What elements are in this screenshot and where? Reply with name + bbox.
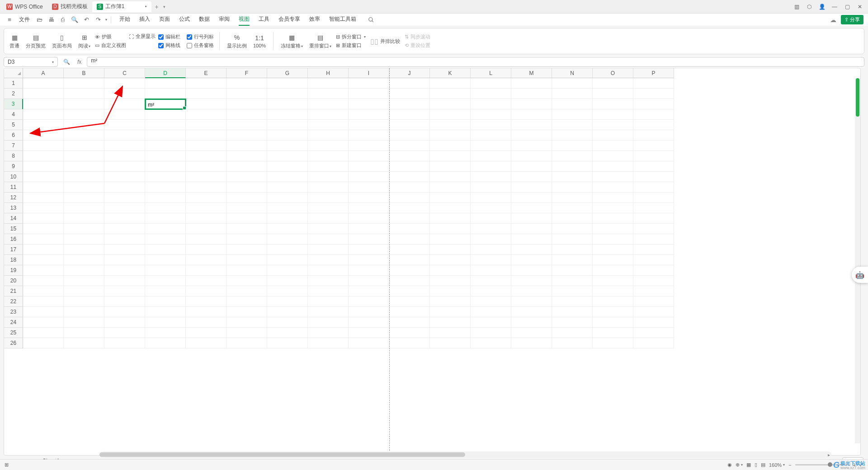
cell-C15[interactable] <box>104 224 145 234</box>
cell-M2[interactable] <box>511 89 552 99</box>
cell-O14[interactable] <box>593 213 633 224</box>
cell-A18[interactable] <box>23 255 64 265</box>
cell-F20[interactable] <box>226 276 267 286</box>
cell-G22[interactable] <box>267 296 308 307</box>
cell-F1[interactable] <box>226 78 267 89</box>
cell-A15[interactable] <box>23 224 64 234</box>
cell-H24[interactable] <box>308 317 349 328</box>
cell-E6[interactable] <box>186 130 226 141</box>
cell-N26[interactable] <box>552 338 593 348</box>
cell-P26[interactable] <box>633 338 674 348</box>
cell-B15[interactable] <box>64 224 104 234</box>
cell-C10[interactable] <box>104 172 145 182</box>
cell-E22[interactable] <box>186 296 226 307</box>
cell-C9[interactable] <box>104 161 145 172</box>
cell-C6[interactable] <box>104 130 145 141</box>
cell-L7[interactable] <box>471 141 511 151</box>
cell-C13[interactable] <box>104 203 145 213</box>
cell-L2[interactable] <box>471 89 511 99</box>
cell-N16[interactable] <box>552 234 593 244</box>
cell-P16[interactable] <box>633 234 674 244</box>
cell-L21[interactable] <box>471 286 511 296</box>
cell-G21[interactable] <box>267 286 308 296</box>
row-header-1[interactable]: 1 <box>4 78 23 89</box>
cell-H17[interactable] <box>308 244 349 255</box>
cell-L5[interactable] <box>471 120 511 130</box>
cell-N18[interactable] <box>552 255 593 265</box>
cell-D11[interactable] <box>145 182 186 193</box>
view-read[interactable]: ⊞阅读▾ <box>76 33 92 49</box>
cell-G5[interactable] <box>267 120 308 130</box>
fullscreen[interactable]: ⛶全屏显示 <box>129 33 156 40</box>
cell-B5[interactable] <box>64 120 104 130</box>
cell-K5[interactable] <box>430 120 471 130</box>
cell-D24[interactable] <box>145 317 186 328</box>
col-header-B[interactable]: B <box>64 68 104 78</box>
zoom-fx-icon[interactable]: 🔍 <box>63 59 70 65</box>
cell-D8[interactable] <box>145 151 186 161</box>
cell-B7[interactable] <box>64 141 104 151</box>
sb-view-break-icon[interactable]: ▤ <box>761 462 765 468</box>
cell-M9[interactable] <box>511 161 552 172</box>
cell-O24[interactable] <box>593 317 633 328</box>
cell-M7[interactable] <box>511 141 552 151</box>
cell-N19[interactable] <box>552 265 593 276</box>
cell-P24[interactable] <box>633 317 674 328</box>
cell-J22[interactable] <box>389 296 430 307</box>
col-header-J[interactable]: J <box>389 68 430 78</box>
cell-I19[interactable] <box>349 265 389 276</box>
cell-A1[interactable] <box>23 78 64 89</box>
row-header-10[interactable]: 10 <box>4 172 23 182</box>
check-网格线[interactable]: 网格线 <box>158 42 180 49</box>
cell-L26[interactable] <box>471 338 511 348</box>
cell-J11[interactable] <box>389 182 430 193</box>
cell-D2[interactable] <box>145 89 186 99</box>
cell-O4[interactable] <box>593 109 633 120</box>
cell-H16[interactable] <box>308 234 349 244</box>
cell-P2[interactable] <box>633 89 674 99</box>
cell-F9[interactable] <box>226 161 267 172</box>
row-header-5[interactable]: 5 <box>4 120 23 130</box>
zoom-100[interactable]: 1:1100% <box>251 34 268 48</box>
cell-K13[interactable] <box>430 203 471 213</box>
cell-K14[interactable] <box>430 213 471 224</box>
col-header-G[interactable]: G <box>267 68 308 78</box>
cell-C14[interactable] <box>104 213 145 224</box>
cell-B14[interactable] <box>64 213 104 224</box>
cell-J4[interactable] <box>389 109 430 120</box>
cell-P18[interactable] <box>633 255 674 265</box>
cell-P9[interactable] <box>633 161 674 172</box>
cell-O3[interactable] <box>593 99 633 109</box>
cell-B4[interactable] <box>64 109 104 120</box>
cell-K25[interactable] <box>430 328 471 338</box>
menu-tab-数据[interactable]: 数据 <box>199 14 210 26</box>
cell-D19[interactable] <box>145 265 186 276</box>
cell-O26[interactable] <box>593 338 633 348</box>
cell-I2[interactable] <box>349 89 389 99</box>
cell-L9[interactable] <box>471 161 511 172</box>
cell-G25[interactable] <box>267 328 308 338</box>
cell-G9[interactable] <box>267 161 308 172</box>
cell-J10[interactable] <box>389 172 430 182</box>
fx-icon[interactable]: fx <box>77 59 81 65</box>
cell-G18[interactable] <box>267 255 308 265</box>
menu-tab-效率[interactable]: 效率 <box>309 14 320 26</box>
cell-F24[interactable] <box>226 317 267 328</box>
cell-J3[interactable] <box>389 99 430 109</box>
cell-O18[interactable] <box>593 255 633 265</box>
cell-G3[interactable] <box>267 99 308 109</box>
cell-A20[interactable] <box>23 276 64 286</box>
cell-E11[interactable] <box>186 182 226 193</box>
cell-F13[interactable] <box>226 203 267 213</box>
cell-E19[interactable] <box>186 265 226 276</box>
cell-O12[interactable] <box>593 193 633 203</box>
sb-eye-icon[interactable]: ◉ <box>727 462 732 468</box>
cell-F11[interactable] <box>226 182 267 193</box>
row-header-20[interactable]: 20 <box>4 276 23 286</box>
cell-I9[interactable] <box>349 161 389 172</box>
cell-E7[interactable] <box>186 141 226 151</box>
cell-O6[interactable] <box>593 130 633 141</box>
menu-tab-工具[interactable]: 工具 <box>259 14 269 26</box>
cell-F23[interactable] <box>226 307 267 317</box>
cell-O7[interactable] <box>593 141 633 151</box>
